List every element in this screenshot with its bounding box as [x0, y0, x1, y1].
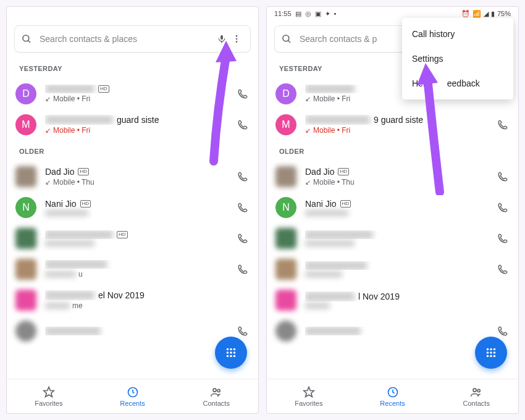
call-icon[interactable] — [496, 171, 510, 182]
avatar — [15, 290, 36, 311]
nav-contacts[interactable]: Contacts — [174, 379, 258, 413]
svg-marker-16 — [43, 387, 54, 397]
nav-contacts[interactable]: Contacts — [434, 379, 518, 413]
svg-point-34 — [473, 388, 476, 392]
notif-icon: ▤ — [295, 10, 301, 18]
dialpad-fab[interactable] — [215, 337, 247, 369]
call-entry[interactable]: HD — [7, 223, 258, 254]
call-entry[interactable]: el Nov 2019 me — [7, 285, 258, 316]
contact-name — [45, 327, 227, 335]
svg-point-5 — [236, 38, 238, 40]
notif-icon: ◎ — [305, 10, 311, 18]
call-entry[interactable]: D HD ↙Mobile • Fri — [7, 78, 258, 109]
contact-name: HD — [45, 85, 227, 93]
call-entry[interactable]: M guard siste ↙Mobile • Fri — [7, 109, 258, 140]
contact-name: Dad JioHD — [305, 167, 487, 177]
svg-point-27 — [490, 351, 492, 354]
avatar: D — [15, 83, 36, 104]
call-icon[interactable] — [496, 264, 510, 275]
call-icon[interactable] — [236, 119, 250, 130]
call-entry[interactable] — [267, 223, 518, 254]
avatar — [275, 290, 296, 311]
svg-point-35 — [477, 389, 480, 392]
call-icon[interactable] — [236, 88, 250, 99]
call-icon[interactable] — [236, 171, 250, 182]
call-entry[interactable]: M 9 guard siste ↙Mobile • Fri — [267, 109, 518, 140]
mic-icon[interactable] — [214, 34, 229, 44]
call-log-list: YESTERDAY D HD ↙Mobile • Fri M guard sis… — [7, 57, 258, 379]
avatar — [15, 321, 36, 342]
call-detail: ↙Mobile • Fri — [45, 94, 227, 103]
contact-name — [305, 261, 487, 270]
call-detail — [305, 240, 487, 246]
people-icon — [470, 386, 482, 398]
search-bar[interactable]: Search contacts & places — [14, 25, 251, 52]
call-icon[interactable] — [496, 119, 510, 130]
signal-icon: ◢ — [484, 10, 489, 18]
svg-point-6 — [236, 41, 238, 43]
hd-badge: HD — [117, 231, 128, 238]
call-icon[interactable] — [496, 233, 510, 244]
nav-recents[interactable]: Recents — [91, 379, 175, 413]
call-icon[interactable] — [236, 326, 250, 337]
svg-point-9 — [233, 348, 236, 351]
svg-point-13 — [227, 355, 229, 358]
call-icon[interactable] — [496, 326, 510, 337]
call-icon[interactable] — [496, 202, 510, 213]
phone-left-screenshot: Search contacts & places YESTERDAY D HD … — [6, 6, 259, 414]
svg-point-19 — [217, 389, 220, 392]
avatar: M — [275, 114, 296, 135]
call-icon[interactable] — [236, 233, 250, 244]
incoming-arrow-icon: ↙ — [305, 178, 311, 187]
call-detail — [305, 210, 487, 216]
nav-favorites[interactable]: Favorites — [267, 379, 351, 413]
call-entry[interactable]: Dad JioHD ↙Mobile • Thu — [7, 161, 258, 192]
svg-point-15 — [233, 355, 236, 358]
overflow-menu-dropdown: Call history Settings Helpxxxxeedback — [402, 18, 513, 99]
bottom-nav: Favorites Recents Contacts — [7, 379, 258, 413]
clock-icon — [387, 386, 399, 398]
avatar — [275, 166, 296, 187]
call-entry[interactable] — [267, 254, 518, 285]
notif-icon: ✦ — [325, 10, 330, 18]
section-header-older: OLDER — [267, 140, 518, 161]
call-entry[interactable]: N Nani JioHD — [267, 192, 518, 223]
call-entry[interactable]: u — [7, 254, 258, 285]
section-header-older: OLDER — [7, 140, 258, 161]
contact-name: 9 guard siste — [305, 115, 487, 125]
dialpad-fab[interactable] — [475, 337, 507, 369]
incoming-arrow-icon: ↙ — [45, 95, 51, 103]
status-bar — [7, 7, 258, 20]
call-log-list: YESTERDAY D ↙Mobile • Fri M 9 guard sist… — [267, 57, 518, 379]
menu-settings[interactable]: Settings — [402, 46, 513, 71]
svg-point-14 — [230, 355, 232, 358]
avatar: N — [15, 197, 36, 218]
alarm-icon: ⏰ — [461, 10, 470, 18]
call-entry[interactable]: l Nov 2019 — [267, 285, 518, 316]
svg-point-7 — [227, 348, 229, 351]
svg-rect-2 — [220, 35, 223, 40]
star-icon — [43, 386, 55, 398]
call-icon[interactable] — [236, 202, 250, 213]
nav-recents[interactable]: Recents — [351, 379, 435, 413]
incoming-arrow-icon: ↙ — [305, 95, 311, 103]
menu-help-feedback[interactable]: Helpxxxxeedback — [402, 71, 513, 96]
avatar — [275, 228, 296, 249]
call-icon[interactable] — [236, 264, 250, 275]
menu-call-history[interactable]: Call history — [402, 22, 513, 46]
search-icon — [21, 33, 32, 44]
nav-favorites[interactable]: Favorites — [7, 379, 91, 413]
svg-point-26 — [487, 351, 489, 354]
svg-point-8 — [230, 348, 232, 351]
call-detail — [305, 271, 487, 277]
avatar — [275, 259, 296, 280]
avatar — [15, 259, 36, 280]
svg-point-25 — [494, 348, 496, 351]
call-entry[interactable]: Dad JioHD ↙Mobile • Thu — [267, 161, 518, 192]
call-detail: me — [45, 301, 250, 310]
clock-icon — [127, 386, 139, 398]
search-icon — [281, 33, 292, 44]
svg-point-31 — [494, 355, 496, 358]
more-menu-icon[interactable] — [229, 34, 244, 44]
call-entry[interactable]: N Nani JioHD — [7, 192, 258, 223]
